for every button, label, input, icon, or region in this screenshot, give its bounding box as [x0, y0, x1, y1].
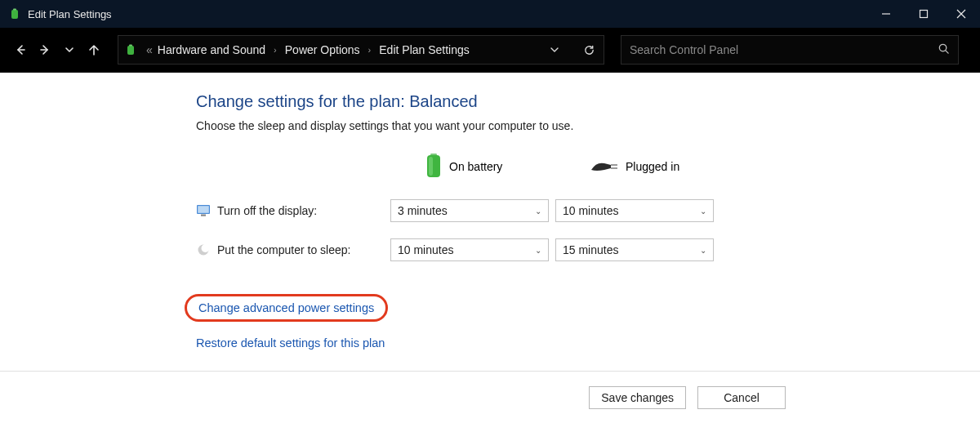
address-dropdown-button[interactable]: [540, 36, 569, 64]
minimize-button[interactable]: [867, 0, 905, 28]
window-title: Edit Plan Settings: [28, 8, 112, 20]
address-bar[interactable]: « Hardware and Sound › Power Options › E…: [118, 35, 604, 65]
row-display-label: Turn off the display:: [196, 203, 384, 218]
svg-rect-1: [13, 9, 16, 11]
sleep-battery-select[interactable]: 10 minutes ⌄: [390, 238, 549, 261]
search-box[interactable]: [621, 35, 959, 65]
svg-rect-18: [198, 206, 209, 213]
search-icon[interactable]: [938, 42, 950, 57]
navbar: « Hardware and Sound › Power Options › E…: [0, 28, 980, 72]
search-input[interactable]: [630, 43, 938, 56]
chevron-down-icon: ⌄: [700, 207, 706, 216]
chevron-down-icon: ⌄: [535, 207, 541, 216]
row-sleep-label: Put the computer to sleep:: [196, 243, 384, 257]
column-battery-label: On battery: [449, 160, 502, 173]
maximize-button[interactable]: [905, 0, 942, 28]
nav-forward-button[interactable]: [33, 38, 57, 62]
chevron-down-icon: ⌄: [700, 246, 706, 255]
highlight-annotation: Change advanced power settings: [185, 294, 388, 322]
column-header-plugged: Plugged in: [555, 150, 714, 183]
advanced-settings-link[interactable]: Change advanced power settings: [198, 301, 374, 314]
nav-back-button[interactable]: [8, 38, 33, 62]
nav-history-dropdown[interactable]: [57, 38, 82, 62]
svg-point-21: [202, 244, 210, 252]
save-button[interactable]: Save changes: [589, 386, 686, 409]
breadcrumb-power-options[interactable]: Power Options: [285, 43, 360, 56]
row-sleep-text: Put the computer to sleep:: [217, 243, 350, 256]
battery-location-icon: [123, 42, 138, 57]
battery-app-icon: [8, 7, 21, 20]
sleep-battery-value: 10 minutes: [398, 243, 453, 256]
display-battery-select[interactable]: 3 minutes ⌄: [390, 199, 549, 222]
sleep-plugged-value: 15 minutes: [563, 243, 618, 256]
page-subtext: Choose the sleep and display settings th…: [196, 119, 980, 132]
display-battery-value: 3 minutes: [398, 204, 448, 217]
svg-rect-14: [429, 157, 433, 176]
svg-rect-19: [201, 215, 206, 216]
svg-rect-3: [920, 11, 928, 18]
restore-defaults-link[interactable]: Restore default settings for this plan: [196, 336, 980, 350]
chevron-right-icon[interactable]: ›: [274, 45, 277, 55]
plug-icon: [590, 157, 619, 177]
svg-rect-15: [611, 164, 617, 166]
svg-rect-16: [611, 167, 617, 169]
cancel-button[interactable]: Cancel: [697, 386, 786, 409]
svg-rect-9: [129, 45, 132, 47]
display-plugged-value: 10 minutes: [563, 204, 618, 217]
nav-up-button[interactable]: [82, 38, 106, 62]
close-button[interactable]: [942, 0, 980, 28]
chevron-down-icon: ⌄: [535, 246, 541, 255]
column-header-battery: On battery: [390, 150, 549, 183]
titlebar: Edit Plan Settings: [0, 0, 980, 28]
column-plugged-label: Plugged in: [626, 160, 679, 173]
breadcrumb-edit-plan[interactable]: Edit Plan Settings: [379, 43, 470, 56]
footer-bar: Save changes Cancel: [0, 371, 980, 423]
svg-line-11: [946, 51, 948, 53]
row-display-text: Turn off the display:: [217, 204, 317, 217]
svg-rect-0: [11, 10, 18, 19]
breadcrumb-prefix[interactable]: «: [146, 43, 153, 56]
breadcrumb-hardware[interactable]: Hardware and Sound: [158, 43, 265, 56]
svg-rect-8: [127, 46, 134, 55]
sleep-plugged-select[interactable]: 15 minutes ⌄: [555, 238, 714, 261]
display-plugged-select[interactable]: 10 minutes ⌄: [555, 199, 714, 222]
refresh-button[interactable]: [574, 36, 604, 64]
chevron-right-icon[interactable]: ›: [368, 45, 372, 55]
page-heading: Change settings for the plan: Balanced: [196, 92, 980, 111]
monitor-icon: [196, 203, 211, 218]
moon-icon: [196, 243, 211, 257]
battery-icon: [425, 152, 443, 182]
